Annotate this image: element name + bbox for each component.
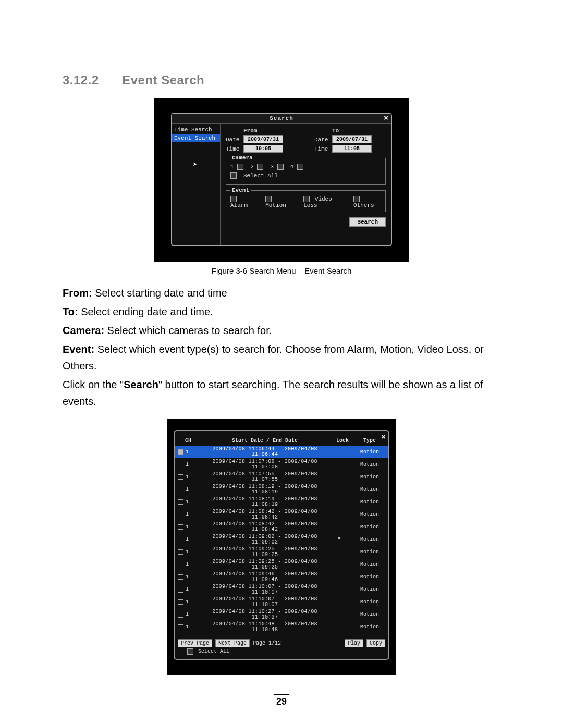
to-time-field[interactable]: 11:05: [332, 145, 372, 153]
dialog-titlebar: Search ×: [172, 114, 391, 124]
row-dates: 2009/04/08 11:09:46 - 2009/04/08 11:09:4…: [199, 571, 331, 583]
to-date-field[interactable]: 2009/07/31: [332, 135, 372, 143]
row-checkbox[interactable]: [178, 487, 183, 492]
camera-legend: Camera: [230, 155, 254, 161]
result-row[interactable]: 12009/04/08 11:06:44 - 2009/04/08 11:06:…: [175, 446, 388, 458]
row-checkbox[interactable]: [178, 562, 183, 567]
row-checkbox[interactable]: [178, 512, 183, 517]
result-row[interactable]: 12009/04/08 11:10:27 - 2009/04/08 11:10:…: [175, 608, 388, 621]
from-date-field[interactable]: 2009/07/31: [243, 135, 283, 143]
from-header: From: [226, 128, 283, 134]
row-checkbox[interactable]: [178, 537, 183, 542]
row-dates: 2009/04/08 11:10:27 - 2009/04/08 11:10:2…: [199, 609, 331, 620]
result-row[interactable]: 12009/04/08 11:08:42 - 2009/04/08 11:08:…: [175, 508, 388, 521]
result-row[interactable]: 12009/04/08 11:08:42 - 2009/04/08 11:08:…: [175, 521, 388, 533]
row-dates: 2009/04/08 11:06:44 - 2009/04/08 11:06:4…: [199, 446, 331, 458]
row-checkbox[interactable]: [178, 462, 183, 467]
desc-camera: Camera: Select which cameras to search f…: [63, 322, 500, 339]
row-type: Motion: [354, 487, 385, 492]
result-row[interactable]: 12009/04/08 11:09:25 - 2009/04/08 11:09:…: [175, 546, 388, 558]
page-number: 29: [0, 694, 563, 707]
row-ch: 1: [186, 599, 189, 605]
row-dates: 2009/04/08 11:10:07 - 2009/04/08 11:10:0…: [199, 596, 331, 608]
row-dates: 2009/04/08 11:07:55 - 2009/04/08 11:07:5…: [199, 471, 331, 483]
camera-checkbox-1[interactable]: 1: [230, 164, 245, 170]
row-ch: 1: [186, 549, 189, 555]
play-button[interactable]: Play: [345, 639, 363, 647]
result-row[interactable]: 12009/04/08 11:08:19 - 2009/04/08 11:08:…: [175, 483, 388, 496]
row-dates: 2009/04/08 11:09:25 - 2009/04/08 11:09:2…: [199, 546, 331, 558]
row-ch: 1: [186, 487, 189, 492]
row-ch: 1: [186, 512, 189, 517]
sidebar-item-event-search[interactable]: Event Search: [172, 134, 220, 142]
event-fieldset: Event Alarm Motion Video Loss Others: [226, 190, 386, 212]
desc-event: Event: Select which event type(s) to sea…: [63, 341, 500, 374]
cursor-icon: ➤: [193, 160, 197, 169]
search-dialog: Search × Time Search Event Search ➤ From…: [171, 113, 392, 246]
copy-button[interactable]: Copy: [366, 639, 385, 647]
event-checkbox-motion[interactable]: Motion: [265, 196, 293, 208]
row-checkbox[interactable]: [178, 549, 183, 555]
next-page-button[interactable]: Next Page: [215, 639, 250, 647]
result-row[interactable]: 12009/04/08 11:09:46 - 2009/04/08 11:09:…: [175, 571, 388, 583]
search-button[interactable]: Search: [349, 217, 386, 227]
row-checkbox[interactable]: [178, 574, 183, 580]
result-row[interactable]: 12009/04/08 11:09:25 - 2009/04/08 11:09:…: [175, 558, 388, 571]
row-dates: 2009/04/08 11:09:25 - 2009/04/08 11:09:2…: [199, 559, 331, 570]
row-checkbox[interactable]: [178, 499, 183, 505]
sidebar-item-time-search[interactable]: Time Search: [172, 126, 220, 134]
event-checkbox-video-loss[interactable]: Video Loss: [303, 196, 343, 208]
row-ch: 1: [186, 624, 189, 630]
row-type: Motion: [354, 449, 385, 455]
row-ch: 1: [186, 612, 189, 618]
row-checkbox[interactable]: [178, 612, 183, 618]
result-row[interactable]: 12009/04/08 11:07:55 - 2009/04/08 11:07:…: [175, 471, 388, 483]
dialog-title: Search: [270, 115, 293, 121]
desc-from: From: Select starting date and time: [63, 285, 500, 301]
close-icon[interactable]: ×: [384, 114, 389, 123]
camera-checkbox-4[interactable]: 4: [290, 164, 305, 170]
row-ch: 1: [186, 449, 189, 455]
row-checkbox[interactable]: [178, 524, 183, 530]
row-checkbox[interactable]: [178, 599, 183, 605]
desc-to: To: Select ending date and time.: [63, 303, 500, 320]
camera-fieldset: Camera 1 2 3 4 Select All: [226, 158, 386, 185]
prev-page-button[interactable]: Prev Page: [178, 639, 212, 647]
col-ch: CH: [178, 438, 199, 443]
col-lock: Lock: [331, 438, 354, 443]
result-row[interactable]: 12009/04/08 11:08:19 - 2009/04/08 11:08:…: [175, 496, 388, 508]
row-checkbox[interactable]: [178, 624, 183, 630]
result-row[interactable]: 12009/04/08 11:10:07 - 2009/04/08 11:10:…: [175, 596, 388, 608]
date-label: Date: [226, 137, 241, 143]
result-row[interactable]: 12009/04/08 11:10:07 - 2009/04/08 11:10:…: [175, 583, 388, 596]
date-label: Date: [314, 137, 330, 143]
row-ch: 1: [186, 574, 189, 580]
camera-checkbox-2[interactable]: 2: [250, 164, 265, 170]
result-row[interactable]: 12009/04/08 11:09:02 - 2009/04/08 11:09:…: [175, 533, 388, 546]
row-ch: 1: [186, 524, 189, 530]
event-checkbox-others[interactable]: Others: [353, 196, 381, 208]
time-label: Time: [226, 146, 241, 152]
close-icon[interactable]: ×: [381, 433, 386, 442]
camera-checkbox-3[interactable]: 3: [270, 164, 285, 170]
row-ch: 1: [186, 562, 189, 567]
row-type: Motion: [354, 549, 385, 555]
select-all-checkbox[interactable]: [187, 648, 193, 655]
result-row[interactable]: 12009/04/08 11:07:08 - 2009/04/08 11:07:…: [175, 458, 388, 471]
row-type: Motion: [354, 574, 385, 580]
row-ch: 1: [186, 462, 189, 467]
select-all-checkbox[interactable]: [230, 172, 237, 179]
section-title: Event Search: [122, 73, 204, 87]
row-checkbox[interactable]: [178, 587, 183, 593]
event-checkbox-alarm[interactable]: Alarm: [230, 196, 255, 208]
row-type: Motion: [354, 462, 385, 467]
row-checkbox[interactable]: [178, 449, 183, 455]
select-all-label: Select All: [243, 172, 278, 179]
result-row[interactable]: 12009/04/08 11:10:48 - 2009/04/08 11:10:…: [175, 621, 388, 633]
from-time-field[interactable]: 10:05: [243, 145, 283, 153]
cursor-icon: ➤: [338, 535, 341, 542]
row-checkbox[interactable]: [178, 474, 183, 480]
row-type: Motion: [354, 537, 385, 542]
row-dates: 2009/04/08 11:08:42 - 2009/04/08 11:08:4…: [199, 521, 331, 533]
row-type: Motion: [354, 524, 385, 530]
